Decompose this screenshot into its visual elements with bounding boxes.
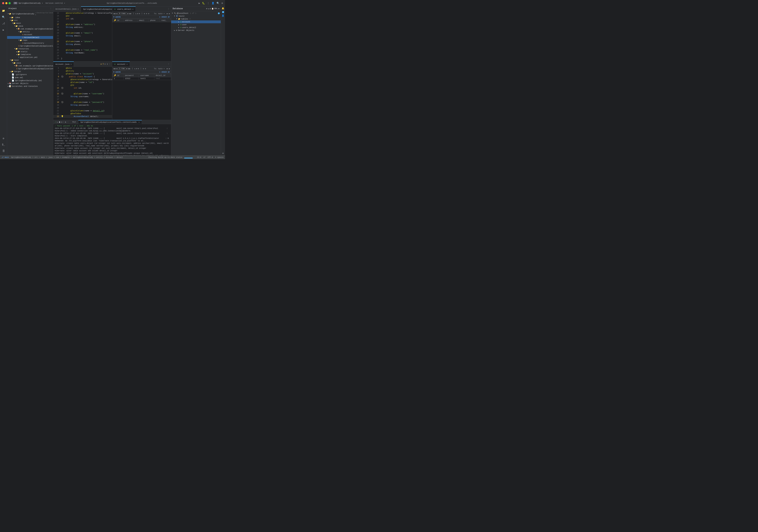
bottom-filter[interactable]: ⊕: [61, 121, 62, 123]
search-icon[interactable]: 🔍: [1, 14, 6, 20]
sidebar-item-yml[interactable]: Y application.yml: [7, 56, 53, 59]
tab-account-java[interactable]: Account.java ✕: [53, 61, 74, 67]
encoding[interactable]: UTF-8: [208, 156, 213, 158]
bottom-content[interactable]: ✓ Tests passed: 1 of 1 test — 491 ms 202…: [53, 124, 171, 155]
bottom-tab-tests[interactable]: SpringBootDataStudyApplicationTests.cont…: [78, 120, 142, 124]
sidebar-item-java[interactable]: ▼ 📁 java: [7, 25, 53, 27]
traffic-light-green[interactable]: [9, 2, 11, 4]
sidebar-more-icon[interactable]: ⋮: [50, 8, 52, 10]
search-icon-title[interactable]: 🔍: [217, 2, 219, 5]
acct-refresh[interactable]: ↻: [134, 68, 135, 70]
acct-nav-prev[interactable]: ◀: [116, 68, 117, 70]
sidebar-item-static[interactable]: ▶ 📁 static: [7, 50, 53, 53]
user-icon[interactable]: 👤: [212, 2, 214, 5]
db-table-account[interactable]: ▶ ⊞ account: [171, 20, 221, 23]
tab-account-detail[interactable]: AccountDetail.java ✕: [53, 6, 81, 12]
tab-account-java-close[interactable]: ✕: [71, 63, 72, 65]
acct-toolbar-more[interactable]: ⊕ ⊕: [143, 68, 146, 70]
account-db-more[interactable]: ⋮: [168, 63, 170, 65]
tab-springboot-tests[interactable]: SpringBootDataStudyApplicationTests.java…: [81, 6, 112, 12]
line-col[interactable]: 23:8: [197, 156, 201, 158]
sidebar-item-resources[interactable]: ▼ 📁 resources: [7, 48, 53, 50]
nav-prev[interactable]: ◀: [116, 13, 117, 15]
account-java-settings[interactable]: ⋮: [109, 63, 111, 65]
sidebar-item-app[interactable]: S SpringBootDataStudyApplication: [7, 45, 53, 48]
db-panel-action-1[interactable]: ⊕: [206, 8, 207, 10]
version-control-label[interactable]: Version control: [45, 2, 63, 4]
db-tables-folder[interactable]: ▼ 📂 tables 3: [171, 17, 221, 20]
db-panel-action-5[interactable]: DDL: [214, 8, 218, 10]
sidebar-item-test[interactable]: ▼ 📁 test: [7, 59, 53, 62]
acct-nav-next[interactable]: ▶: [126, 68, 127, 70]
sidebar-item-entity[interactable]: ▼ 📁 entity: [7, 30, 53, 33]
sidebar-item-iml[interactable]: 📄 SpringBootDataStudy.iml: [7, 79, 53, 82]
run-icon[interactable]: ▶: [198, 2, 200, 5]
sidebar-item-gitignore[interactable]: 📄 .gitignore: [7, 73, 53, 76]
tab-users-detail[interactable]: ⊞ users_detail ✕: [112, 6, 136, 12]
nav-next[interactable]: ▶: [127, 13, 128, 15]
db-panel-action-6[interactable]: ⊕: [218, 8, 219, 10]
sidebar-item-scratches[interactable]: ▶ 📝 Scratches and Consoles: [7, 85, 53, 88]
acct-nav-last[interactable]: ▶▶: [128, 68, 130, 70]
sidebar-item-templates[interactable]: ▶ 📁 templates: [7, 53, 53, 56]
bottom-stop[interactable]: ⏹: [59, 121, 60, 123]
db-table-user[interactable]: ▶ ⊞ user: [171, 23, 221, 26]
acct-zoom[interactable]: ⊕: [138, 68, 139, 70]
git-icon[interactable]: ⎇: [1, 20, 6, 26]
sidebar-item-tests[interactable]: S SpringBootDataStudyApplicationTests: [7, 67, 53, 70]
bottom-tab-run[interactable]: Run: [70, 120, 78, 124]
traffic-light-yellow[interactable]: [5, 2, 8, 4]
bottom-more[interactable]: ⋮: [67, 121, 69, 123]
sidebar-item-repo[interactable]: ▼ 📁 repo: [7, 39, 53, 42]
sidebar-item-com[interactable]: ▼ 📦 com.example.springbootdatastudy: [7, 27, 53, 30]
refresh-icon[interactable]: ↻: [135, 13, 136, 15]
sidebar-item-account[interactable]: A Account: [7, 33, 53, 36]
sidebar-item-test-java[interactable]: ▼ 📁 java: [7, 62, 53, 64]
db-test2[interactable]: ▼ 🗄 test2: [171, 15, 221, 17]
acct-nav-first[interactable]: ◀◀: [113, 68, 116, 70]
tab-account-detail-close[interactable]: ✕: [78, 8, 79, 10]
tab-account-db[interactable]: ⊞ account ✕: [112, 61, 130, 67]
sidebar-item-account-detail[interactable]: A AccountDetail: [7, 36, 53, 39]
indent[interactable]: 4 spaces: [215, 156, 224, 158]
terminal-icon[interactable]: $_: [1, 142, 6, 148]
account-java-more[interactable]: ∧ ∨: [104, 63, 108, 65]
settings-panel-icon[interactable]: ⚙: [1, 136, 6, 141]
db-panel-action-2[interactable]: ↻: [208, 8, 209, 10]
right-icon-bottom[interactable]: ⚙: [223, 152, 224, 155]
traffic-light-red[interactable]: [2, 2, 4, 4]
bottom-rerun[interactable]: ↻: [57, 121, 58, 123]
tree-root[interactable]: ▼ 📁 SpringBootDataStudy ~/Desktop/CS/Jav…: [7, 12, 53, 16]
sidebar-item-main[interactable]: ▼ 📁 main: [7, 22, 53, 25]
tab-account-db-close[interactable]: ✕: [126, 63, 127, 65]
right-notifications[interactable]: 🔔: [222, 7, 224, 10]
debug-icon[interactable]: 🐛: [202, 2, 205, 5]
sidebar-item-pom[interactable]: 📄 pom.xml: [7, 76, 53, 79]
bottom-expand[interactable]: ⊞: [65, 121, 66, 123]
project-name[interactable]: SpringBootDataStudy: [18, 2, 41, 4]
bottom-tab-close[interactable]: ✕: [139, 121, 140, 123]
sidebar-item-src[interactable]: ▼ 📁 src: [7, 19, 53, 22]
filter-icon[interactable]: ⊕: [137, 13, 138, 15]
code-account-detail[interactable]: 13 @GeneratedValue(strategy = Generation…: [53, 12, 112, 61]
sidebar-item-idea[interactable]: ▶ 📁 .idea: [7, 16, 53, 19]
db-server[interactable]: ▼ 🔌 @localhost 1 of 1: [171, 12, 221, 15]
bottom-sort[interactable]: ↕: [63, 121, 64, 123]
right-icon-2[interactable]: 👤: [222, 15, 224, 17]
run-panel-icon[interactable]: ▶: [1, 27, 6, 33]
tab-users-detail-close[interactable]: ✕: [132, 8, 133, 10]
lf-indicator[interactable]: LF: [203, 156, 205, 158]
sidebar-item-test-com[interactable]: ▼ 📦 com.example.springbootdatastudy: [7, 64, 53, 67]
git-branch-status[interactable]: ⎇ main: [1, 156, 9, 158]
sidebar-item-target[interactable]: ▶ 📁 target: [7, 70, 53, 73]
users-detail-more[interactable]: ⋮: [168, 8, 170, 10]
zoom-icon[interactable]: ⊕: [139, 13, 140, 15]
acct-add[interactable]: ⊕: [136, 68, 137, 70]
more-toolbar[interactable]: ⊕ ⊕ ⊕: [144, 13, 149, 15]
db-server-objects[interactable]: ▶ ⚙ Server Objects: [171, 29, 221, 32]
nav-first[interactable]: ◀◀: [113, 13, 116, 15]
database-icon[interactable]: 🗄: [1, 148, 6, 154]
db-panel-action-4[interactable]: 📋: [212, 8, 214, 10]
db-panel-action-3[interactable]: ⊞: [210, 8, 211, 10]
project-icon[interactable]: 📁: [1, 8, 6, 14]
